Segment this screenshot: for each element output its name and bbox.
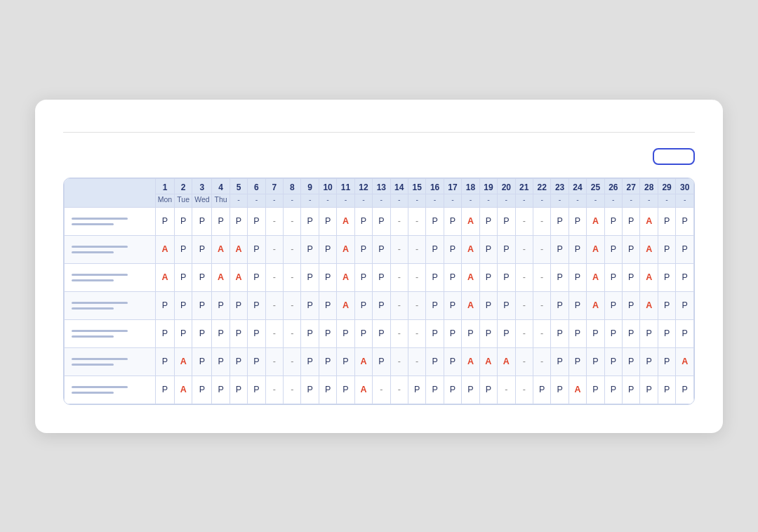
dow-header-22: - [533,194,550,207]
attendance-cell-row6-day25: P [587,375,604,404]
attendance-cell-row4-day22: - [533,319,550,347]
attendance-cell-row2-day15: - [408,263,425,291]
dow-header-7: - [265,194,283,207]
day-header-7: 7 [265,178,283,194]
attendance-cell-row4-day15: - [408,319,425,347]
attendance-cell-row4-day17: P [444,319,461,347]
day-header-30: 30 [676,178,694,194]
day-header-11: 11 [337,178,354,194]
attendance-cell-row4-day14: - [390,319,408,347]
dow-header-26: - [604,194,622,207]
attendance-cell-row6-day24: A [568,375,586,404]
attendance-cell-row2-day5: A [230,263,247,291]
attendance-cell-row1-day1: A [156,235,175,263]
dow-header-30: - [676,194,694,207]
attendance-cell-row2-day13: P [373,263,390,291]
attendance-cell-row2-day3: P [192,263,212,291]
attendance-cell-row1-day19: P [479,235,497,263]
attendance-cell-row6-day11: P [337,375,354,404]
dow-header-11: - [337,194,354,207]
dow-header-15: - [408,194,425,207]
dow-header-1: Mon [156,194,175,207]
attendance-cell-row6-day28: P [640,375,658,404]
attendance-cell-row3-day29: P [658,291,675,319]
attendance-cell-row1-day11: A [337,235,354,263]
attendance-cell-row2-day26: P [604,263,622,291]
attendance-cell-row1-day14: - [390,235,408,263]
attendance-cell-row5-day14: - [390,347,408,375]
attendance-cell-row0-day9: P [301,207,319,235]
dow-header-2: Tue [174,194,192,207]
attendance-cell-row0-day20: P [498,207,515,235]
attendance-cell-row3-day15: - [408,291,425,319]
day-header-17: 17 [444,178,461,194]
attendance-cell-row1-day24: P [568,235,586,263]
dow-header-25: - [587,194,604,207]
table-row: APPAAP--PPAPP--PPAPP--PPAPPAPP [65,235,694,263]
attendance-cell-row3-day1: P [156,291,175,319]
attendance-cell-row0-day26: P [604,207,622,235]
attendance-cell-row6-day5: P [230,375,247,404]
day-header-18: 18 [462,178,479,194]
attendance-cell-row6-day8: - [284,375,301,404]
attendance-cell-row3-day9: P [301,291,319,319]
attendance-cell-row4-day18: P [462,319,479,347]
attendance-cell-row0-day10: P [319,207,336,235]
dow-header-5: - [230,194,247,207]
dow-header-17: - [444,194,461,207]
attendance-cell-row5-day9: P [301,347,319,375]
attendance-cell-row3-day14: - [390,291,408,319]
attendance-cell-row3-day7: - [265,291,283,319]
attendance-cell-row5-day30: A [676,347,694,375]
attendance-cell-row0-day7: - [265,207,283,235]
day-header-1: 1 [156,178,175,194]
table-row: PPPPPP--PPAPP--PPAPP--PPAPPAPP [65,207,694,235]
day-header-15: 15 [408,178,425,194]
attendance-cell-row3-day20: P [498,291,515,319]
dow-header-24: - [568,194,586,207]
day-header-16: 16 [426,178,444,194]
attendance-cell-row6-day17: P [444,375,461,404]
attendance-cell-row1-day12: P [354,235,372,263]
attendance-cell-row4-day26: P [604,319,622,347]
dow-header-9: - [301,194,319,207]
attendance-cell-row3-day16: P [426,291,444,319]
attendance-cell-row4-day25: P [587,319,604,347]
table-row: APPAAP--PPAPP--PPAPP--PPAPPAPP [65,263,694,291]
attendance-cell-row2-day1: A [156,263,175,291]
attendance-cell-row5-day3: P [192,347,212,375]
attendance-cell-row3-day18: A [462,291,479,319]
attendance-cell-row2-day8: - [284,263,301,291]
day-header-2: 2 [174,178,192,194]
attendance-cell-row3-day26: P [604,291,622,319]
attendance-cell-row1-day23: P [551,235,568,263]
attendance-cell-row5-day20: A [498,347,515,375]
attendance-cell-row2-day21: - [515,263,533,291]
dow-header-6: - [248,194,265,207]
attendance-cell-row2-day6: P [248,263,265,291]
attendance-cell-row0-day16: P [426,207,444,235]
attendance-cell-row6-day13: - [373,375,390,404]
attendance-cell-row3-day28: A [640,291,658,319]
dow-header-8: - [284,194,301,207]
attendance-cell-row3-day6: P [248,291,265,319]
attendance-cell-row4-day23: P [551,319,568,347]
attendance-cell-row2-day12: P [354,263,372,291]
attendance-cell-row5-day18: A [462,347,479,375]
attendance-cell-row5-day5: P [230,347,247,375]
dow-header-10: - [319,194,336,207]
attendance-cell-row0-day4: P [212,207,230,235]
export-excel-button[interactable] [653,148,695,165]
attendance-cell-row5-day26: P [604,347,622,375]
attendance-cell-row4-day5: P [230,319,247,347]
attendance-cell-row1-day22: - [533,235,550,263]
day-header-6: 6 [248,178,265,194]
attendance-cell-row5-day13: P [373,347,390,375]
attendance-cell-row1-day8: - [284,235,301,263]
attendance-cell-row5-day2: A [174,347,192,375]
attendance-cell-row1-day6: P [248,235,265,263]
attendance-cell-row3-day11: A [337,291,354,319]
attendance-cell-row2-day10: P [319,263,336,291]
attendance-cell-row0-day13: P [373,207,390,235]
attendance-cell-row3-day30: P [676,291,694,319]
